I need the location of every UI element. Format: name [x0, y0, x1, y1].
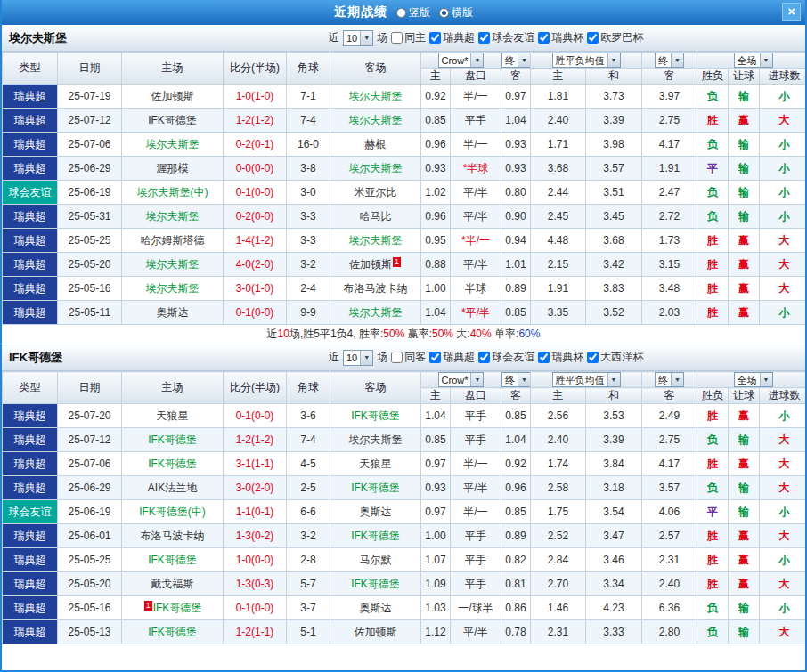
away-odds-cell: 0.78 [501, 620, 531, 644]
handicap-cell: *平/半 [451, 301, 501, 325]
league-cell: 瑞典超 [3, 524, 58, 548]
col-header-avg_draw: 和 [586, 388, 642, 404]
match-count-select[interactable]: 10▼ [343, 30, 373, 46]
same-venue-filter-checkbox[interactable] [391, 32, 403, 44]
odds-source-select-value: Crow* [439, 373, 471, 386]
away-odds-cell: 0.89 [501, 277, 531, 301]
radio-horizontal-label: 横版 [452, 5, 473, 20]
avg-odds-m2-cell: 3.51 [586, 181, 642, 205]
home-team-cell: 埃尔夫斯堡 [122, 277, 224, 301]
away-team-cell: 布洛马波卡纳 [330, 277, 421, 301]
same-venue-filter[interactable]: 同客 [391, 350, 426, 365]
league-filter-checkbox[interactable] [429, 352, 441, 363]
league-filter[interactable]: 瑞典超 [429, 350, 475, 365]
away-team-cell: 马尔默 [330, 548, 421, 572]
final-avg-select[interactable]: 终▼ [655, 372, 684, 387]
filter-bar: 近10▼场同主瑞典超球会友谊瑞典杯欧罗巴杯 [174, 30, 798, 46]
avg-odds-m2-cell: 3.46 [586, 548, 642, 572]
col-header-avg_draw: 和 [586, 69, 642, 85]
league-filter[interactable]: 欧罗巴杯 [587, 30, 643, 45]
away-odds-cell: 0.85 [501, 301, 531, 325]
handicap-result-cell: 赢 [729, 524, 760, 548]
radio-vertical-layout[interactable]: 竖版 [396, 5, 430, 20]
avg-odds-m3-cell: 2.49 [642, 404, 697, 428]
league-filter-checkbox[interactable] [478, 32, 490, 44]
league-filter-label: 球会友谊 [492, 350, 534, 365]
radio-horizontal-layout[interactable]: 横版 [439, 5, 473, 20]
league-cell: 瑞典超 [3, 277, 58, 301]
league-cell: 瑞典超 [3, 620, 58, 644]
same-venue-filter-label: 同客 [404, 350, 426, 365]
date-cell: 25-06-29 [58, 157, 122, 181]
avg-odds-m3-cell: 6.36 [642, 596, 697, 620]
match-row: 瑞典超25-07-06IFK哥德堡3-1(1-1)4-5天狼星0.97半/一0.… [3, 452, 807, 476]
home-team-cell: AIK法兰地 [122, 476, 224, 500]
result-cell: 胜 [697, 548, 729, 572]
match-count-select[interactable]: 10▼ [343, 350, 373, 366]
league-filter-checkbox[interactable] [429, 32, 441, 44]
league-filter-checkbox[interactable] [538, 32, 550, 44]
corner-cell: 3-7 [287, 596, 330, 620]
league-filter[interactable]: 瑞典杯 [538, 350, 583, 365]
away-odds-cell: 0.93 [501, 157, 531, 181]
avg-odds-m3-cell: 2.75 [642, 109, 697, 133]
chevron-down-icon: ▼ [607, 53, 620, 67]
league-filter[interactable]: 大西洋杯 [587, 350, 643, 365]
league-filter-checkbox[interactable] [587, 352, 599, 363]
league-cell: 瑞典超 [3, 253, 58, 277]
league-filter[interactable]: 球会友谊 [478, 350, 534, 365]
league-filter-checkbox[interactable] [587, 32, 599, 44]
avg-odds-m2-cell: 3.52 [586, 301, 642, 325]
corner-cell: 16-0 [287, 133, 330, 157]
match-row: 瑞典超25-05-20戴戈福斯1-3(0-3)5-7IFK哥德堡1.09平手0.… [3, 572, 807, 596]
home-team-cell: 布洛马波卡纳 [122, 524, 224, 548]
avg-odds-m2-cell: 3.57 [586, 157, 642, 181]
same-venue-filter-checkbox[interactable] [391, 352, 403, 363]
handicap-result-cell: 输 [729, 620, 760, 644]
date-cell: 25-05-13 [58, 620, 122, 644]
away-odds-cell: 0.81 [501, 572, 531, 596]
handicap-result-cell: 输 [729, 205, 760, 229]
avg-odds-m3-cell: 2.57 [642, 524, 697, 548]
result-cell: 负 [697, 85, 729, 109]
league-filter[interactable]: 瑞典超 [429, 30, 475, 45]
goals-cell: 小 [760, 548, 807, 572]
final-odds-select[interactable]: 终▼ [501, 53, 531, 68]
league-filter[interactable]: 球会友谊 [478, 30, 534, 45]
final-avg-select[interactable]: 终▼ [655, 53, 684, 68]
home-team-cell: IFK哥德堡 [122, 452, 224, 476]
odds-source-select[interactable]: Crow*▼ [438, 53, 485, 68]
radio-button-icon[interactable] [396, 8, 406, 18]
chevron-down-icon: ▼ [760, 53, 772, 67]
same-venue-filter[interactable]: 同主 [391, 30, 426, 45]
handicap-cell: 半/一 [451, 500, 501, 524]
full-time-select[interactable]: 全场▼ [734, 53, 773, 68]
avg-odds-m3-cell: 3.57 [642, 476, 697, 500]
col-header-home: 主场 [122, 372, 224, 404]
match-row: 球会友谊25-06-19埃尔夫斯堡(中)0-1(0-0)3-0米亚尔比1.02平… [3, 181, 807, 205]
odds-source-select[interactable]: Crow*▼ [438, 372, 485, 387]
home-odds-cell: 0.93 [421, 157, 451, 181]
league-filter-checkbox[interactable] [478, 352, 490, 363]
handicap-result-cell: 输 [729, 157, 760, 181]
close-icon[interactable]: × [782, 3, 801, 21]
radio-button-icon[interactable] [439, 8, 449, 18]
avg-odds-select[interactable]: 胜平负均值▼ [552, 372, 621, 387]
avg-odds-m1-cell: 2.84 [531, 548, 586, 572]
date-cell: 25-07-19 [58, 85, 122, 109]
final-odds-select[interactable]: 终▼ [501, 372, 531, 387]
league-filter-checkbox[interactable] [538, 352, 550, 363]
date-cell: 25-06-01 [58, 524, 122, 548]
match-row: 瑞典超25-05-20埃尔夫斯堡4-0(2-0)3-2佐加顿斯10.88平/半1… [3, 253, 807, 277]
avg-odds-select[interactable]: 胜平负均值▼ [552, 53, 621, 68]
league-filter[interactable]: 瑞典杯 [538, 30, 583, 45]
avg-odds-m2-cell: 3.45 [586, 205, 642, 229]
away-team-name: IFK哥德堡 [351, 578, 400, 590]
result-cell: 胜 [697, 253, 729, 277]
away-team-name: 米亚尔比 [355, 186, 397, 198]
corner-cell: 9-9 [287, 301, 330, 325]
avg-odds-m2-cell: 3.47 [586, 524, 642, 548]
goals-cell: 大 [760, 620, 807, 644]
full-time-select[interactable]: 全场▼ [734, 372, 773, 387]
col-header-type: 类型 [3, 53, 58, 85]
